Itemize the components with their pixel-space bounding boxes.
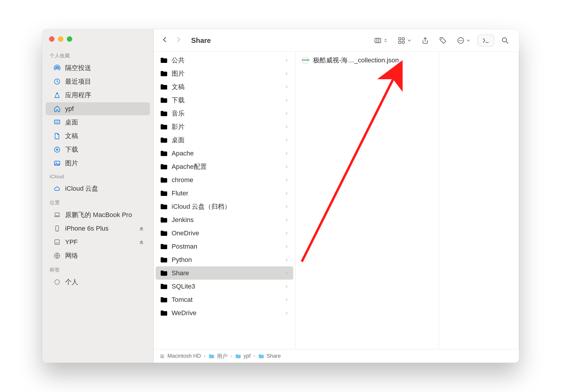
folder-label: Apache配置 [172,162,207,171]
group-button[interactable] [395,35,414,46]
eject-icon[interactable] [138,225,145,232]
sidebar-item-label: iPhone 6s Plus [65,225,109,232]
folder-row[interactable]: 下载 [156,93,293,107]
minimize-window-button[interactable] [58,36,63,42]
finder-window: 个人收藏隔空投送最近项目应用程序ypf桌面文稿下载图片iCloudiCloud … [42,29,519,363]
folder-row[interactable]: Apache配置 [156,160,293,173]
folder-row[interactable]: OneDrive [156,226,293,240]
file-row[interactable]: JSON 极酷威视-海…_collection.json [297,54,437,67]
breadcrumb-separator [203,353,206,359]
sidebar-section-label: 标签 [42,263,154,275]
folder-icon [160,176,168,184]
folder-row[interactable]: Jenkins [156,213,293,226]
sidebar-item[interactable]: ypf [46,102,150,115]
actions-button[interactable] [454,35,473,46]
chevron-right-icon [285,231,288,235]
back-button[interactable] [162,36,168,45]
folder-icon [160,229,168,237]
folder-row[interactable]: Tomcat [156,293,293,306]
sidebar-item[interactable]: 文稿 [46,129,150,142]
folder-row[interactable]: Python [156,253,293,266]
breadcrumb-item[interactable]: 用户 [209,353,228,360]
folder-icon [160,56,168,64]
chevron-right-icon [285,125,288,129]
svg-text:JSON: JSON [302,58,309,61]
folder-label: iCloud 云盘（归档） [172,202,231,211]
folder-row[interactable]: 公共 [156,54,293,67]
zoom-window-button[interactable] [67,36,72,42]
sidebar-item[interactable]: 网络 [46,249,150,262]
folder-label: SQLite3 [172,283,195,290]
folder-row[interactable]: 桌面 [156,133,293,147]
chevron-right-icon [285,311,288,315]
sidebar-item[interactable]: 桌面 [46,116,150,129]
sidebar-item[interactable]: iPhone 6s Plus [46,222,150,235]
folder-icon [235,353,241,359]
chevron-right-icon [285,218,288,222]
folder-row[interactable]: SQLite3 [156,280,293,293]
folder-row[interactable]: Postman [156,240,293,253]
folder-row[interactable]: 图片 [156,67,293,80]
app-icon [53,91,61,99]
folder-row[interactable]: iCloud 云盘（归档） [156,200,293,213]
json-file-icon: JSON [301,56,309,64]
breadcrumb-label: Macintosh HD [167,353,201,359]
disk-icon [53,238,61,246]
view-columns-button[interactable] [371,35,391,46]
folder-icon [160,149,168,158]
column-3 [439,52,519,349]
folder-icon [160,163,168,171]
folder-label: 音乐 [172,109,185,118]
folder-icon [160,123,168,131]
folder-row[interactable]: Apache [156,147,293,160]
phone-icon [53,225,61,232]
sidebar-item-label: 应用程序 [65,91,91,100]
search-button[interactable] [498,35,512,46]
share-button[interactable] [418,35,432,46]
folder-row[interactable]: 影片 [156,120,293,133]
sidebar-item[interactable]: 原鹏飞的 MacBook Pro [46,208,150,221]
breadcrumb-item[interactable]: Macintosh HD [159,353,201,359]
folder-row[interactable]: Share [156,266,293,280]
breadcrumb-label: ypf [244,353,251,359]
folder-row[interactable]: WeDrive [156,306,293,320]
folder-row[interactable]: 文稿 [156,80,293,93]
folder-label: Python [172,256,192,264]
breadcrumb-item[interactable]: ypf [235,353,251,359]
folder-row[interactable]: 音乐 [156,107,293,120]
folder-label: 图片 [172,69,185,78]
folder-row[interactable]: Fluter [156,187,293,200]
sidebar-item[interactable]: 下载 [46,143,150,156]
terminal-button[interactable] [478,35,494,46]
close-window-button[interactable] [49,36,54,42]
sidebar-item[interactable]: 最近项目 [46,75,150,88]
folder-icon [160,189,168,197]
sidebar-item[interactable]: iCloud 云盘 [46,182,150,195]
chevron-right-icon [285,59,288,62]
sidebar-item[interactable]: 应用程序 [46,89,150,102]
folder-icon [209,353,215,359]
tag-dot-icon [53,278,61,286]
breadcrumb-separator [230,353,233,359]
forward-button[interactable] [175,36,182,45]
folder-icon [160,69,168,78]
folder-row[interactable]: chrome [156,173,293,187]
folder-icon [160,109,168,118]
folder-label: 文稿 [172,82,185,91]
tags-button[interactable] [436,35,450,46]
column-view: 公共图片文稿下载音乐影片桌面ApacheApache配置chromeFluter… [154,52,519,349]
sidebar-section-label: iCloud [42,170,154,182]
folder-icon [160,203,168,211]
sidebar-item[interactable]: YPF [46,236,150,249]
sidebar-item[interactable]: 图片 [46,157,150,170]
sidebar-item-label: YPF [65,238,78,246]
breadcrumb-item[interactable]: Share [258,353,281,359]
chevron-right-icon [285,192,288,195]
eject-icon[interactable] [138,239,145,245]
sidebar-item-label: 图片 [65,159,78,168]
sidebar-item[interactable]: 个人 [46,276,150,289]
folder-icon [160,136,168,144]
sidebar-item[interactable]: 隔空投送 [46,61,150,74]
folder-icon [160,309,168,317]
home-icon [53,105,61,113]
